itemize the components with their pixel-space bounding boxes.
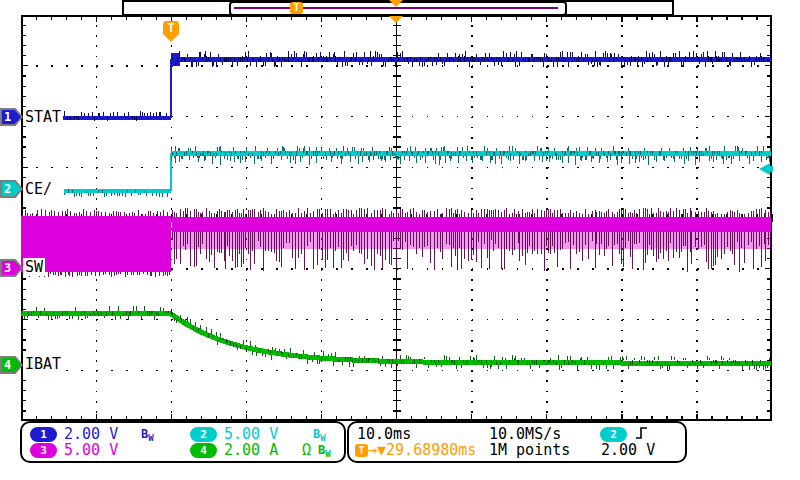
timebase-value: 10.0ms: [357, 426, 411, 442]
waveform-plot: [0, 0, 800, 480]
ch2-trace-label: CE/: [23, 180, 54, 198]
ch4-readout-badge: 4: [190, 443, 217, 458]
record-length-value: 1M points: [489, 442, 570, 458]
trigger-position-readout: T→▼29.68980ms: [355, 442, 476, 458]
ch4-impedance-icon: Ω: [302, 442, 311, 458]
ch3-scale-value: 5.00 V: [64, 442, 118, 458]
trace-ch2-ce: [64, 146, 771, 197]
oscilloscope-screen: T T 1 2 3 4 STAT CE/ SW IBAT 1 2.00 V BW…: [0, 0, 800, 480]
ch1-scale-value: 2.00 V: [64, 426, 118, 442]
trigger-slope-icon: [634, 425, 650, 441]
timebase-trigger-readout: 10.0ms 10.0MS/s 2 T→▼29.68980ms 1M point…: [347, 421, 687, 463]
trigger-level-value: 2.00 V: [601, 442, 655, 458]
sample-rate-value: 10.0MS/s: [489, 426, 561, 442]
ch2-scale-value: 5.00 V: [224, 426, 278, 442]
ch3-readout-badge: 3: [30, 443, 57, 458]
trigger-level-arrow-icon[interactable]: [759, 163, 770, 175]
expansion-point-icon: [389, 16, 403, 23]
ch4-bandwidth-icon: BW: [318, 442, 331, 462]
trigger-level-arrow-stem: [770, 166, 773, 172]
trace-ch1-stat: [57, 51, 772, 121]
ch2-readout-badge: 2: [190, 427, 217, 442]
ch1-trace-label: STAT: [23, 108, 63, 126]
record-trigger-marker: T: [290, 2, 303, 14]
ch4-scale-value: 2.00 A: [224, 442, 278, 458]
record-waveform-line: [234, 7, 558, 9]
channel-scale-readout: 1 2.00 V BW 2 5.00 V BW 3 5.00 V 4 2.00 …: [20, 421, 346, 463]
record-center-marker-icon: [389, 0, 403, 7]
ch1-readout-badge: 1: [30, 427, 57, 442]
ch1-bandwidth-icon: BW: [141, 426, 154, 446]
ch4-trace-label: IBAT: [23, 355, 63, 373]
trigger-source-badge: 2: [600, 427, 627, 442]
ch3-trace-label: SW: [23, 258, 45, 276]
